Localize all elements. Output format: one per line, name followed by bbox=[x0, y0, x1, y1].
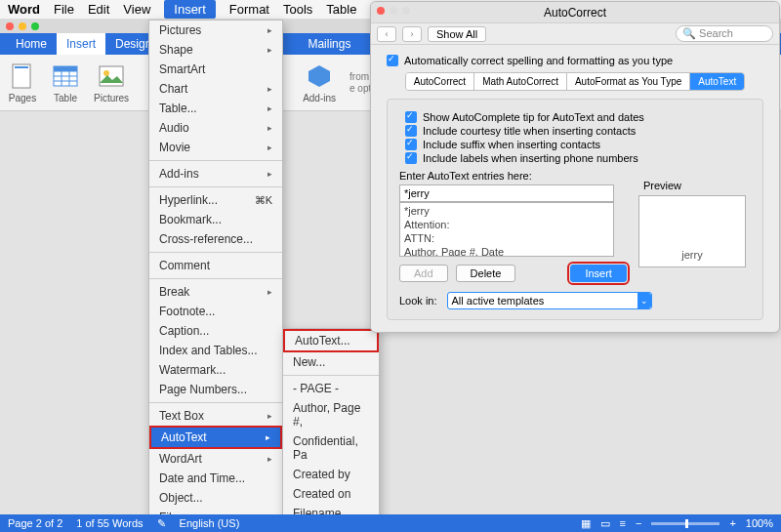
menu-item[interactable]: Chart bbox=[149, 79, 282, 99]
dialog-toolbar: ‹ › Show All 🔍 Search bbox=[371, 23, 779, 45]
menu-insert[interactable]: Insert bbox=[164, 0, 216, 19]
menu-table[interactable]: Table bbox=[326, 2, 356, 17]
view-print-icon[interactable]: ▦ bbox=[581, 517, 591, 530]
pages-icon bbox=[8, 61, 37, 91]
opt-suffix[interactable]: Include suffix when inserting contacts bbox=[405, 139, 751, 150]
menu-item[interactable]: Page Numbers... bbox=[149, 380, 282, 399]
addins-icon bbox=[305, 61, 334, 91]
lookin-select[interactable]: All active templates⌄ bbox=[447, 292, 652, 309]
ribbon-pages[interactable]: Pages bbox=[8, 59, 37, 106]
list-item[interactable]: Author, Page #, Date bbox=[404, 245, 609, 257]
close-icon[interactable] bbox=[6, 22, 14, 30]
dialog-close-icon[interactable] bbox=[377, 7, 385, 15]
opt-autocomplete[interactable]: Show AutoComplete tip for AutoText and d… bbox=[405, 111, 751, 123]
search-placeholder: Search bbox=[699, 27, 733, 39]
app-menu[interactable]: Word bbox=[8, 2, 40, 17]
status-spell-icon[interactable]: ✎ bbox=[157, 517, 166, 530]
opt-labels[interactable]: Include labels when inserting phone numb… bbox=[405, 152, 751, 164]
zoom-icon[interactable] bbox=[31, 22, 39, 30]
menu-item[interactable]: Text Box bbox=[149, 406, 282, 426]
delete-button[interactable]: Delete bbox=[456, 265, 516, 282]
tab-autoformat[interactable]: AutoFormat as You Type bbox=[567, 73, 690, 90]
svg-rect-1 bbox=[15, 66, 28, 68]
list-item[interactable]: *jerry bbox=[404, 204, 609, 218]
menu-item[interactable]: Movie bbox=[149, 138, 282, 157]
submenu-item[interactable]: Confidential, Pa bbox=[283, 431, 379, 465]
auto-correct-label: Automatically correct spelling and forma… bbox=[404, 55, 673, 66]
menu-item[interactable]: Footnote... bbox=[149, 302, 282, 321]
search-input[interactable]: 🔍 Search bbox=[676, 25, 773, 42]
opt-courtesy[interactable]: Include courtesy title when inserting co… bbox=[405, 125, 751, 137]
submenu-item[interactable]: Created by bbox=[283, 465, 379, 484]
tab-home[interactable]: Home bbox=[6, 33, 57, 55]
autotext-list[interactable]: *jerryAttention:ATTN:Author, Page #, Dat… bbox=[399, 202, 614, 257]
svg-point-10 bbox=[103, 70, 109, 76]
menu-item[interactable]: AutoText bbox=[149, 426, 282, 449]
submenu-item[interactable]: New... bbox=[283, 352, 379, 372]
ribbon-addins[interactable]: Add-ins bbox=[303, 59, 336, 106]
zoom-in-icon[interactable]: + bbox=[729, 517, 735, 529]
autotext-entry-input[interactable] bbox=[399, 184, 614, 202]
nav-back-button[interactable]: ‹ bbox=[377, 26, 396, 42]
menu-item[interactable]: Add-ins bbox=[149, 164, 282, 184]
nav-fwd-button[interactable]: › bbox=[402, 26, 422, 42]
menu-view[interactable]: View bbox=[123, 2, 150, 17]
auto-correct-check[interactable]: Automatically correct spelling and forma… bbox=[387, 55, 763, 66]
submenu-item[interactable]: AutoText... bbox=[283, 329, 379, 352]
list-item[interactable]: Attention: bbox=[404, 218, 609, 231]
dialog-zoom-icon bbox=[402, 7, 410, 15]
add-button: Add bbox=[399, 265, 448, 282]
show-all-button[interactable]: Show All bbox=[428, 26, 486, 42]
menu-file[interactable]: File bbox=[54, 2, 74, 17]
ribbon-pages-label: Pages bbox=[9, 93, 36, 103]
menu-tools[interactable]: Tools bbox=[283, 2, 312, 17]
ribbon-pictures[interactable]: Pictures bbox=[94, 59, 129, 106]
menu-item[interactable]: WordArt bbox=[149, 449, 282, 469]
menu-item[interactable]: Date and Time... bbox=[149, 469, 282, 488]
lookin-value: All active templates bbox=[452, 295, 545, 307]
status-lang[interactable]: English (US) bbox=[180, 517, 240, 529]
menu-item[interactable]: Table... bbox=[149, 99, 282, 118]
menu-item[interactable]: SmartArt bbox=[149, 60, 282, 79]
menu-item[interactable]: Caption... bbox=[149, 321, 282, 341]
zoom-out-icon[interactable]: − bbox=[636, 517, 641, 529]
menu-item[interactable]: Object... bbox=[149, 488, 282, 508]
zoom-slider[interactable] bbox=[651, 522, 719, 525]
submenu-item[interactable]: - PAGE - bbox=[283, 379, 379, 398]
insert-button[interactable]: Insert bbox=[570, 265, 627, 282]
submenu-item[interactable]: Created on bbox=[283, 484, 379, 504]
menu-item[interactable]: Audio bbox=[149, 118, 282, 138]
tab-insert[interactable]: Insert bbox=[57, 33, 105, 55]
view-web-icon[interactable]: ▭ bbox=[600, 517, 610, 530]
opt-label: Include labels when inserting phone numb… bbox=[423, 152, 638, 164]
opt-label: Include suffix when inserting contacts bbox=[423, 139, 600, 150]
menu-item[interactable]: Hyperlink...⌘K bbox=[149, 190, 282, 210]
status-words[interactable]: 1 of 55 Words bbox=[76, 517, 143, 529]
menu-item[interactable]: Break bbox=[149, 282, 282, 302]
preview-text: jerry bbox=[681, 249, 702, 261]
menu-item[interactable]: Cross-reference... bbox=[149, 229, 282, 249]
view-outline-icon[interactable]: ≡ bbox=[620, 517, 626, 529]
menu-item[interactable]: Pictures bbox=[149, 20, 282, 40]
menu-item[interactable]: Shape bbox=[149, 40, 282, 60]
tab-mailings[interactable]: Mailings bbox=[298, 33, 360, 55]
menu-item[interactable]: Watermark... bbox=[149, 360, 282, 380]
status-page[interactable]: Page 2 of 2 bbox=[8, 517, 62, 529]
opt-label: Show AutoComplete tip for AutoText and d… bbox=[423, 111, 644, 123]
svg-rect-8 bbox=[54, 66, 77, 71]
tab-autocorrect[interactable]: AutoCorrect bbox=[406, 73, 474, 90]
ribbon-table[interactable]: Table bbox=[51, 59, 80, 106]
list-item[interactable]: ATTN: bbox=[404, 231, 609, 245]
table-icon bbox=[51, 61, 80, 91]
menu-item[interactable]: Comment bbox=[149, 256, 282, 275]
tab-math-autocorrect[interactable]: Math AutoCorrect bbox=[474, 73, 567, 90]
menu-format[interactable]: Format bbox=[229, 2, 269, 17]
zoom-value[interactable]: 100% bbox=[746, 517, 773, 529]
tab-autotext[interactable]: AutoText bbox=[690, 73, 744, 90]
menu-edit[interactable]: Edit bbox=[88, 2, 109, 17]
minimize-icon[interactable] bbox=[19, 22, 26, 30]
submenu-item[interactable]: Author, Page #, bbox=[283, 398, 379, 431]
menu-item[interactable]: Bookmark... bbox=[149, 210, 282, 229]
menu-item[interactable]: Index and Tables... bbox=[149, 341, 282, 360]
dialog-tabs: AutoCorrect Math AutoCorrect AutoFormat … bbox=[405, 72, 745, 91]
